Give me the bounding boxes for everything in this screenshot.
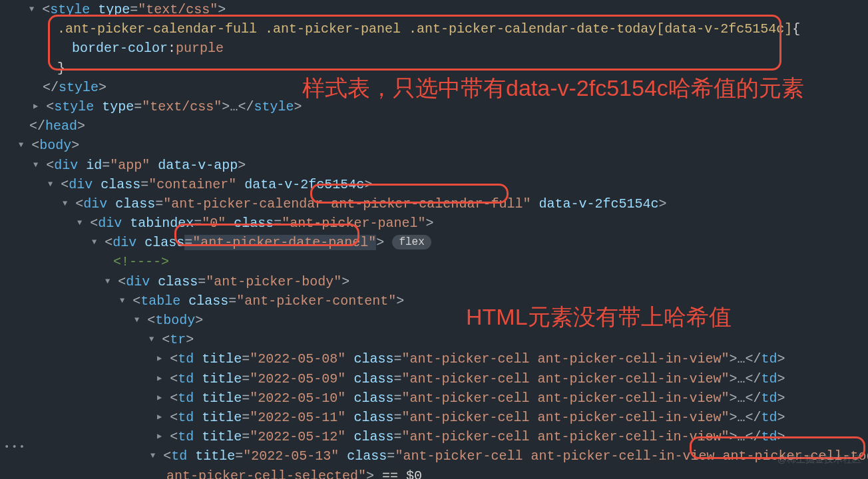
code-line[interactable]: <div tabindex="0" class="ant-picker-pane… <box>0 214 868 233</box>
flex-badge[interactable]: flex <box>392 235 431 249</box>
code-line[interactable]: <td title="2022-05-12" class="ant-picker… <box>0 427 868 446</box>
code-line[interactable]: <td title="2022-05-09" class="ant-picker… <box>0 369 868 389</box>
expand-arrow-icon[interactable] <box>157 408 162 427</box>
collapse-arrow-icon[interactable] <box>120 291 124 311</box>
code-line[interactable]: <div class="ant-picker-date-panel"> flex <box>0 233 868 252</box>
collapse-arrow-icon[interactable] <box>19 136 23 155</box>
code-line[interactable]: <div class="container" data-v-2fc5154c> <box>0 175 868 194</box>
tag-style: style <box>50 2 90 17</box>
collapse-arrow-icon[interactable] <box>150 446 155 466</box>
code-line[interactable]: <table class="ant-picker-content"> <box>0 291 868 311</box>
code-line[interactable]: <div class="ant-picker-body"> <box>0 272 868 291</box>
code-line[interactable]: <style type="text/css"> <box>0 0 868 19</box>
collapse-arrow-icon[interactable] <box>77 214 82 233</box>
code-line[interactable]: <td title="2022-05-11" class="ant-picker… <box>0 408 868 427</box>
expand-arrow-icon[interactable] <box>157 349 162 369</box>
collapse-arrow-icon[interactable] <box>105 272 110 291</box>
code-line[interactable]: <td title="2022-05-10" class="ant-picker… <box>0 389 868 408</box>
code-line[interactable]: <div class="ant-picker-calendar ant-pick… <box>0 194 868 214</box>
code-line[interactable]: <tr> <box>0 330 868 349</box>
css-close: } <box>0 59 868 78</box>
code-line[interactable]: <body> <box>0 136 868 155</box>
code-line[interactable]: <td title="2022-05-08" class="ant-picker… <box>0 349 868 369</box>
css-rule: .ant-picker-calendar-full .ant-picker-pa… <box>0 19 868 39</box>
expand-arrow-icon[interactable] <box>157 389 162 408</box>
watermark: @稀土掘金技术社区 <box>777 452 861 466</box>
code-line[interactable]: <div id="app" data-v-app> <box>0 156 868 175</box>
collapse-arrow-icon[interactable] <box>149 330 154 349</box>
css-decl: border-color:purple <box>0 39 868 58</box>
collapse-arrow-icon[interactable] <box>29 0 34 19</box>
expand-arrow-icon[interactable] <box>33 97 38 116</box>
code-line[interactable]: <!----> <box>0 252 868 271</box>
collapse-arrow-icon[interactable] <box>48 175 53 194</box>
expand-arrow-icon[interactable] <box>157 369 162 389</box>
code-line[interactable]: <td title="2022-05-13" class="ant-picker… <box>0 446 868 466</box>
code-line[interactable]: </style> <box>0 78 868 97</box>
collapse-arrow-icon[interactable] <box>33 156 38 175</box>
code-line[interactable]: <style type="text/css">…</style> <box>0 97 868 116</box>
code-line[interactable]: ant-picker-cell-selected"> == $0 <box>0 466 868 480</box>
expand-arrow-icon[interactable] <box>157 427 162 446</box>
code-line[interactable]: </head> <box>0 116 868 136</box>
selected-node-indicator: == $0 <box>374 468 422 480</box>
devtools-elements-panel[interactable]: <style type="text/css"> .ant-picker-cale… <box>0 0 868 479</box>
more-icon[interactable]: ••• <box>4 440 27 454</box>
collapse-arrow-icon[interactable] <box>134 311 139 330</box>
code-line[interactable]: <tbody> <box>0 311 868 330</box>
collapse-arrow-icon[interactable] <box>92 233 97 252</box>
collapse-arrow-icon[interactable] <box>63 194 67 214</box>
